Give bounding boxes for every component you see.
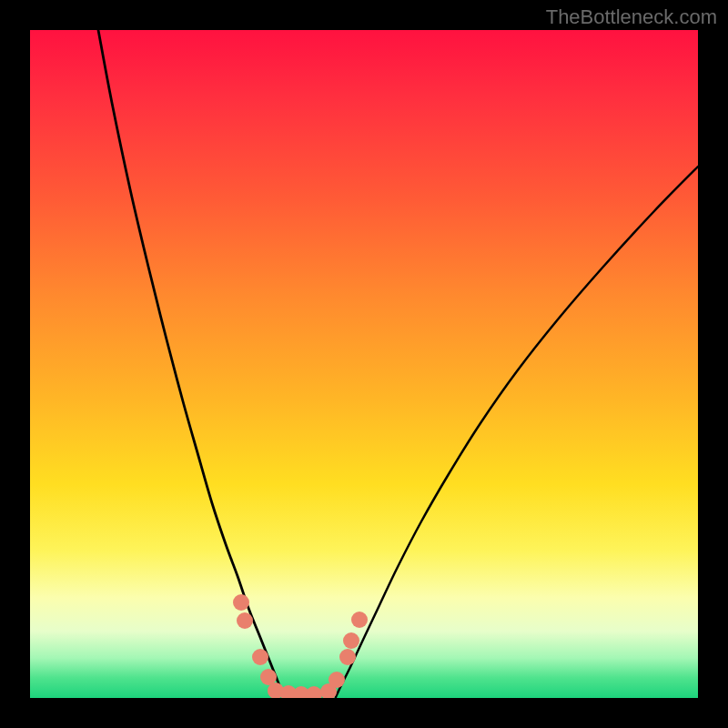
marker-point [237,612,253,629]
curve-layer [98,30,698,697]
marker-point [233,594,249,611]
chart-svg [30,30,698,698]
marker-layer [233,594,368,698]
marker-point [343,632,359,649]
watermark-text: TheBottleneck.com [546,5,717,29]
marker-point [351,612,368,628]
plot-area [30,30,698,698]
marker-point [339,649,356,665]
marker-point [306,686,322,698]
curve-right-branch [336,167,698,697]
marker-point [252,649,268,665]
marker-point [329,672,345,688]
curve-left-branch [98,30,285,697]
chart-frame: TheBottleneck.com [0,0,728,728]
